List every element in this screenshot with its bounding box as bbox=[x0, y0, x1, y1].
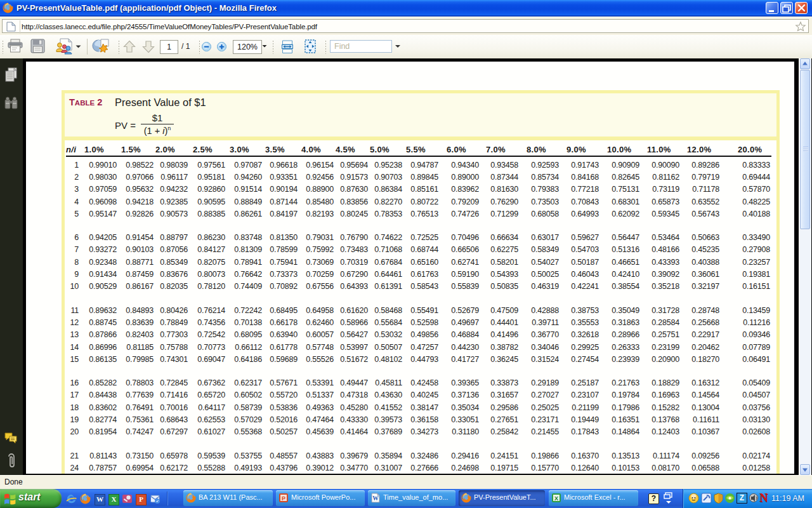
svg-text:X: X bbox=[554, 495, 558, 502]
svg-text:W: W bbox=[372, 495, 379, 502]
svg-text:P: P bbox=[282, 495, 285, 502]
